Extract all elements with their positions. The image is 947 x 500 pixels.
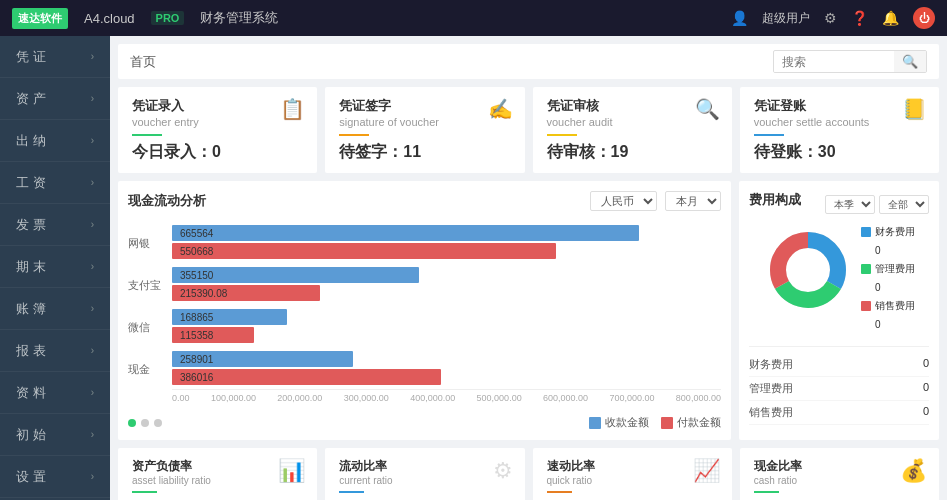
- sidebar-item-init[interactable]: 初 始 ›: [0, 414, 110, 456]
- expense-value: 115358: [180, 330, 213, 341]
- cash-flow-panel: 现金流动分析 人民币 美元 本月 本季 本年: [118, 181, 731, 440]
- sidebar-item-reports[interactable]: 报 表 ›: [0, 330, 110, 372]
- expense-row-value: 0: [923, 381, 929, 396]
- expense-rows: 财务费用 0 管理费用 0 销售费用 0: [749, 346, 929, 425]
- search-box: 🔍: [773, 50, 927, 73]
- income-bar: 168865: [172, 309, 287, 325]
- sidebar-item-settings[interactable]: 设 置 ›: [0, 456, 110, 498]
- card-title: 凭证登账: [754, 97, 925, 115]
- dot-1[interactable]: [128, 419, 136, 427]
- expense-row-value: 0: [923, 405, 929, 420]
- logo: 速达软件: [12, 8, 68, 29]
- dot-2[interactable]: [141, 419, 149, 427]
- chevron-right-icon: ›: [91, 471, 94, 482]
- breadcrumb: 首页: [130, 53, 156, 71]
- sidebar-item-cashier[interactable]: 出 纳 ›: [0, 120, 110, 162]
- sidebar-item-invoice[interactable]: 发 票 ›: [0, 204, 110, 246]
- ratio-card-liability: 📊 资产负债率 asset liability ratio 22.89%: [118, 448, 317, 500]
- expense-value: 550668: [180, 246, 213, 257]
- bar-wrap-income: 665564: [172, 225, 721, 241]
- bar-wrap-expense: 386016: [172, 369, 721, 385]
- main-content: 首页 🔍 📋 凭证录入 voucher entry 今日录入：0 ✍ 凭证签字 …: [110, 36, 947, 500]
- legend-finance-dot: [861, 227, 871, 237]
- sidebar-label: 设 置: [16, 468, 46, 486]
- expense-dept-select[interactable]: 全部 部门: [879, 195, 929, 214]
- legend-income-dot: [589, 417, 601, 429]
- voucher-card-settle: 📒 凭证登账 voucher settle accounts 待登账：30: [740, 87, 939, 173]
- header-title: A4.cloud: [84, 11, 135, 26]
- income-bar: 665564: [172, 225, 639, 241]
- settings-icon[interactable]: ⚙: [824, 10, 837, 26]
- chevron-right-icon: ›: [91, 135, 94, 146]
- voucher-card-audit: 🔍 凭证审核 voucher audit 待审核：19: [533, 87, 732, 173]
- bar-wrap-expense: 115358: [172, 327, 721, 343]
- power-button[interactable]: ⏻: [913, 7, 935, 29]
- user-icon: 👤: [731, 10, 748, 26]
- expense-selects: 本季 本年 全部 部门: [825, 195, 929, 214]
- donut-legend-manage: 管理费用: [861, 262, 915, 276]
- chart-controls: 人民币 美元 本月 本季 本年: [590, 191, 721, 211]
- income-value: 168865: [180, 312, 213, 323]
- ratio-accent-line: [754, 491, 779, 493]
- expense-row-finance: 财务费用 0: [749, 353, 929, 377]
- help-icon[interactable]: ❓: [851, 10, 868, 26]
- period-select[interactable]: 本月 本季 本年: [665, 191, 721, 211]
- card-subtitle: signature of voucher: [339, 116, 510, 128]
- bar-wrap-expense: 550668: [172, 243, 721, 259]
- stat-label: 今日录入：: [132, 143, 212, 160]
- sidebar-item-data[interactable]: 资 料 ›: [0, 372, 110, 414]
- donut-legend: 财务费用 0 管理费用 0 销售费用 0: [861, 225, 915, 330]
- expense-header: 费用构成 本季 本年 全部 部门: [749, 191, 929, 217]
- voucher-card-sign: ✍ 凭证签字 signature of voucher 待签字：11: [325, 87, 524, 173]
- sidebar-item-assets[interactable]: 资 产 ›: [0, 78, 110, 120]
- expense-period-select[interactable]: 本季 本年: [825, 195, 875, 214]
- donut-legend-sales: 销售费用: [861, 299, 915, 313]
- search-input[interactable]: [774, 52, 894, 72]
- sidebar-label: 初 始: [16, 426, 46, 444]
- card-title: 凭证录入: [132, 97, 303, 115]
- bar-wrap-income: 168865: [172, 309, 721, 325]
- chevron-right-icon: ›: [91, 177, 94, 188]
- currency-select[interactable]: 人民币 美元: [590, 191, 657, 211]
- expense-row-value: 0: [923, 357, 929, 372]
- ratio-card-current: ⚙ 流动比率 current ratio 46.89%: [325, 448, 524, 500]
- expense-value: 215390.08: [180, 288, 227, 299]
- ratio-subtitle: current ratio: [339, 475, 510, 486]
- breadcrumb-bar: 首页 🔍: [118, 44, 939, 79]
- sidebar-item-payroll[interactable]: 工 资 ›: [0, 162, 110, 204]
- volume-icon[interactable]: 🔔: [882, 10, 899, 26]
- legend-income-label: 收款金额: [605, 415, 649, 430]
- legend-expense-dot: [661, 417, 673, 429]
- voucher-entry-icon: 📋: [280, 97, 305, 121]
- donut-legend-finance: 财务费用: [861, 225, 915, 239]
- bar-group-alipay: 支付宝 355150 215390.08: [172, 267, 721, 301]
- stat-label: 待登账：: [754, 143, 818, 160]
- ratio-accent-line: [339, 491, 364, 493]
- sidebar-item-voucher[interactable]: 凭 证 ›: [0, 36, 110, 78]
- search-button[interactable]: 🔍: [894, 51, 926, 72]
- legend-manage-value: 0: [875, 282, 915, 293]
- sidebar-label: 凭 证: [16, 48, 46, 66]
- ratio-icon-cash: 💰: [900, 458, 927, 484]
- sidebar-item-ledger[interactable]: 账 簿 ›: [0, 288, 110, 330]
- cash-flow-title: 现金流动分析: [128, 192, 206, 210]
- sidebar-label: 工 资: [16, 174, 46, 192]
- legend-expense-label: 付款金额: [677, 415, 721, 430]
- sidebar-item-period-end[interactable]: 期 末 ›: [0, 246, 110, 288]
- chevron-right-icon: ›: [91, 93, 94, 104]
- expense-row-sales: 销售费用 0: [749, 401, 929, 425]
- sidebar-label: 期 末: [16, 258, 46, 276]
- chevron-right-icon: ›: [91, 219, 94, 230]
- sidebar-label: 报 表: [16, 342, 46, 360]
- header-username: 超级用户: [762, 10, 810, 27]
- expense-bar: 386016: [172, 369, 441, 385]
- bar-label: 微信: [128, 309, 150, 345]
- layout: 凭 证 › 资 产 › 出 纳 › 工 资 › 发 票 › 期 末 › 账 簿 …: [0, 36, 947, 500]
- ratio-icon-quick: 📈: [693, 458, 720, 484]
- stat-label: 待审核：: [547, 143, 611, 160]
- dot-3[interactable]: [154, 419, 162, 427]
- stat-label: 待签字：: [339, 143, 403, 160]
- bar-group-cash: 现金 258901 386016: [172, 351, 721, 385]
- chart-legend: 收款金额 付款金额: [589, 415, 721, 430]
- middle-section: 现金流动分析 人民币 美元 本月 本季 本年: [118, 181, 939, 440]
